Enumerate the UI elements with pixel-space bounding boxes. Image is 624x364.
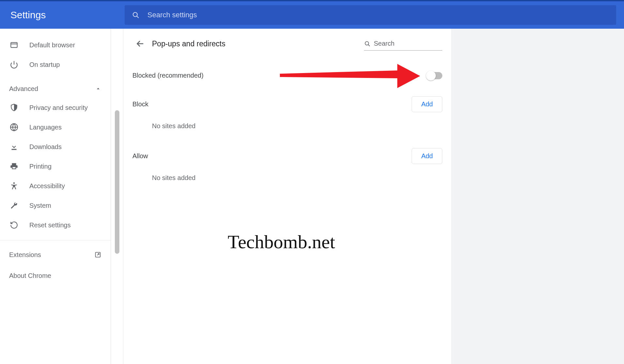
header-bar: Settings xyxy=(0,0,624,29)
page-title: Pop-ups and redirects xyxy=(152,39,364,48)
sidebar-item-label: Languages xyxy=(29,124,62,131)
block-empty-text: No sites added xyxy=(123,116,451,144)
svg-rect-2 xyxy=(11,42,17,47)
globe-icon xyxy=(9,123,19,131)
content-area: Pop-ups and redirects Blocked (recommend… xyxy=(123,29,624,364)
search-icon xyxy=(364,40,371,47)
sidebar-item-on-startup[interactable]: On startup xyxy=(0,55,111,74)
allow-section-header: Allow Add xyxy=(123,144,451,168)
shield-icon xyxy=(9,103,19,112)
blocked-label: Blocked (recommended) xyxy=(132,72,204,79)
sidebar-item-label: Privacy and security xyxy=(29,104,88,112)
svg-point-0 xyxy=(133,12,137,17)
sidebar-item-downloads[interactable]: Downloads xyxy=(0,137,111,157)
sidebar-item-about[interactable]: About Chrome xyxy=(0,266,111,285)
svg-point-11 xyxy=(365,41,369,45)
about-label: About Chrome xyxy=(9,272,51,280)
sidebar-item-privacy[interactable]: Privacy and security xyxy=(0,98,111,117)
sidebar-item-default-browser[interactable]: Default browser xyxy=(0,35,111,55)
divider xyxy=(0,240,111,240)
sidebar-section-advanced[interactable]: Advanced xyxy=(0,80,111,98)
wrench-icon xyxy=(9,201,19,210)
sidebar-item-label: Downloads xyxy=(29,143,62,151)
search-settings-field[interactable] xyxy=(125,5,616,25)
search-settings-input[interactable] xyxy=(140,11,609,19)
app-title: Settings xyxy=(10,9,125,21)
block-title: Block xyxy=(132,100,148,108)
settings-panel: Pop-ups and redirects Blocked (recommend… xyxy=(123,29,451,364)
blocked-toggle[interactable] xyxy=(427,72,442,79)
svg-line-12 xyxy=(368,44,370,46)
svg-point-8 xyxy=(13,182,15,184)
site-search-field[interactable] xyxy=(364,37,442,51)
sidebar-item-label: Reset settings xyxy=(29,221,71,229)
sidebar-item-printing[interactable]: Printing xyxy=(0,157,111,176)
browser-icon xyxy=(9,41,19,49)
watermark-text: Techbomb.net xyxy=(228,231,335,253)
power-icon xyxy=(9,60,19,69)
blocked-toggle-row: Blocked (recommended) xyxy=(123,59,451,92)
sidebar-item-label: System xyxy=(29,202,51,209)
sidebar-item-label: Printing xyxy=(29,163,52,170)
allow-title: Allow xyxy=(132,152,148,160)
scrollbar-thumb[interactable] xyxy=(115,110,119,254)
accessibility-icon xyxy=(9,182,19,190)
svg-line-1 xyxy=(137,16,139,18)
sidebar: Default browser On startup Advanced xyxy=(0,29,111,364)
allow-empty-text: No sites added xyxy=(123,168,451,196)
sidebar-item-system[interactable]: System xyxy=(0,196,111,215)
chevron-up-icon xyxy=(95,85,101,92)
svg-rect-7 xyxy=(11,149,16,150)
block-section-header: Block Add xyxy=(123,92,451,116)
advanced-label: Advanced xyxy=(9,85,38,93)
open-external-icon xyxy=(94,251,101,258)
sidebar-item-label: Default browser xyxy=(29,41,75,49)
toggle-knob xyxy=(426,71,436,81)
sidebar-item-languages[interactable]: Languages xyxy=(0,117,111,137)
allow-add-button[interactable]: Add xyxy=(412,148,442,164)
sidebar-item-reset[interactable]: Reset settings xyxy=(0,215,111,235)
sidebar-item-label: On startup xyxy=(29,61,60,68)
sidebar-scrollbar[interactable] xyxy=(111,29,123,364)
download-icon xyxy=(9,143,19,151)
sidebar-item-accessibility[interactable]: Accessibility xyxy=(0,176,111,196)
back-button[interactable] xyxy=(132,36,148,52)
search-icon xyxy=(132,11,140,19)
sidebar-item-label: Accessibility xyxy=(29,182,65,190)
panel-header: Pop-ups and redirects xyxy=(123,29,451,59)
block-add-button[interactable]: Add xyxy=(412,96,442,112)
restore-icon xyxy=(9,221,19,229)
extensions-label: Extensions xyxy=(9,251,41,259)
sidebar-item-extensions[interactable]: Extensions xyxy=(0,246,111,264)
site-search-input[interactable] xyxy=(371,40,429,47)
printer-icon xyxy=(9,162,19,171)
